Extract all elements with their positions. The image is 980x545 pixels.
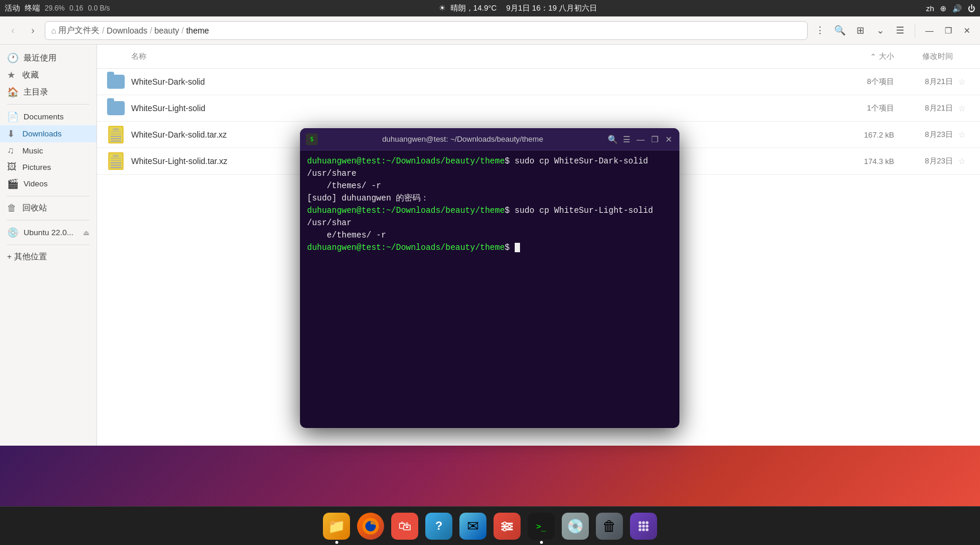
svg-point-18	[639, 521, 642, 524]
terminal-icon-symbol: $	[310, 136, 314, 142]
sidebar-label-starred: 收藏	[22, 70, 39, 81]
home-icon: 🏠	[7, 86, 19, 98]
topbar: 活动 终端 29.6% 0.16 0.0 B/s ☀ 晴朗，14.9°C 9月1…	[0, 0, 980, 16]
network-icon[interactable]: ⊕	[940, 4, 946, 13]
terminal-search-btn[interactable]: 🔍	[608, 135, 617, 144]
dock-item-settings[interactable]	[492, 511, 522, 541]
recent-icon: 🕐	[7, 52, 19, 63]
starred-icon: ★	[7, 69, 18, 81]
breadcrumb-sep-3: /	[182, 26, 184, 35]
svg-point-20	[646, 521, 649, 524]
terminal-menu-btn[interactable]: ☰	[622, 135, 631, 144]
ubuntu-icon: 💿	[7, 227, 19, 238]
fav-light-tar[interactable]: ☆	[953, 156, 971, 166]
sidebar-item-home[interactable]: 🏠 主目录	[0, 83, 96, 101]
svg-point-23	[646, 524, 649, 527]
breadcrumb-sep-1: /	[102, 26, 104, 35]
terminal-minimize-btn[interactable]: —	[636, 135, 645, 144]
dock-item-trash[interactable]: 🗑	[594, 511, 625, 541]
terminal-line-3: duhuangwen@test:~/Downloads/beauty/theme…	[307, 242, 672, 254]
svg-point-24	[639, 528, 642, 531]
terminal-close-btn[interactable]: ✕	[664, 135, 674, 144]
list-header: 名称 ⌃ 大小 修改时间	[97, 45, 980, 69]
disk-icon: 💿	[562, 513, 589, 540]
breadcrumb-beauty[interactable]: beauty	[155, 26, 179, 35]
terminal-title-icon: $	[306, 133, 318, 145]
sidebar-item-trash[interactable]: 🗑 回收站	[0, 200, 96, 216]
fav-light-solid[interactable]: ☆	[953, 103, 971, 113]
close-button[interactable]: ✕	[959, 22, 975, 39]
term-prompt-3: duhuangwen@test:~/Downloads/beauty/theme	[307, 243, 505, 252]
header-size[interactable]: ⌃ 大小	[824, 51, 894, 62]
sidebar-item-music[interactable]: ♫ Music	[0, 142, 96, 159]
settings-icon	[494, 513, 521, 540]
net-stat: 0.0 B/s	[88, 4, 109, 12]
terminal-maximize-btn[interactable]: ❐	[650, 135, 659, 144]
sidebar-item-videos[interactable]: 🎬 Videos	[0, 175, 96, 192]
svg-point-17	[504, 528, 506, 531]
topbar-center: ☀ 晴朗，14.9°C 9月1日 16：19 八月初六日	[117, 3, 919, 14]
search-button[interactable]: 🔍	[831, 22, 849, 39]
header-date[interactable]: 修改时间	[894, 51, 953, 62]
view-list-button[interactable]: ☰	[891, 22, 909, 39]
topbar-app-label: 终端	[25, 3, 40, 14]
header-name: 名称	[131, 51, 824, 62]
terminal-window: $ duhuangwen@test: ~/Downloads/beauty/th…	[300, 128, 679, 428]
table-row[interactable]: WhiteSur-Light-solid 1个项目 8月21日 ☆	[97, 95, 980, 122]
dock-item-disk[interactable]: 💿	[560, 511, 591, 541]
archive-icon-light	[106, 152, 125, 170]
view-list-toggle[interactable]: ⌄	[871, 22, 889, 39]
svg-rect-1	[113, 128, 119, 131]
sidebar-item-documents[interactable]: 📄 Documents	[0, 108, 96, 125]
breadcrumb-theme[interactable]: theme	[186, 26, 209, 35]
volume-icon[interactable]: 🔊	[952, 4, 962, 13]
sidebar-sep-1	[7, 104, 89, 105]
forward-button[interactable]: ›	[25, 22, 41, 39]
sidebar-sep-2	[7, 196, 89, 196]
dock: 📁 🛍 ? ✉	[0, 506, 980, 545]
help-icon: ?	[425, 513, 452, 540]
terminal-body[interactable]: duhuangwen@test:~/Downloads/beauty/theme…	[300, 151, 679, 428]
sidebar-other-locations[interactable]: + 其他位置	[0, 249, 96, 265]
weather-icon: ☀	[439, 4, 446, 12]
dock-item-help[interactable]: ?	[424, 511, 454, 541]
menu-button[interactable]: ⋮	[811, 22, 829, 39]
sidebar-item-starred[interactable]: ★ 收藏	[0, 66, 96, 83]
svg-rect-2	[111, 131, 121, 132]
sidebar-label-recent: 最近使用	[24, 53, 56, 63]
svg-point-25	[642, 528, 645, 531]
file-date-light-tar: 8月23日	[894, 156, 953, 166]
divider	[915, 24, 915, 38]
file-date-light-solid: 8月21日	[894, 103, 953, 113]
file-name-light-solid: WhiteSur-Light-solid	[131, 103, 824, 113]
dock-item-files[interactable]: 📁	[321, 511, 352, 541]
sidebar-item-ubuntu[interactable]: 💿 Ubuntu 22.0... ⏏	[0, 224, 96, 241]
dock-item-terminal[interactable]: >_	[526, 511, 556, 541]
svg-rect-8	[111, 160, 121, 161]
maximize-button[interactable]: ❐	[940, 22, 956, 39]
file-date-dark-tar: 8月23日	[894, 129, 953, 140]
minimize-button[interactable]: —	[921, 22, 938, 39]
dock-item-apps[interactable]	[628, 511, 659, 541]
table-row[interactable]: WhiteSur-Dark-solid 8个项目 8月21日 ☆	[97, 69, 980, 95]
sidebar-item-pictures[interactable]: 🖼 Pictures	[0, 159, 96, 175]
breadcrumb-home-label[interactable]: 用户文件夹	[58, 25, 99, 36]
eject-icon[interactable]: ⏏	[83, 229, 89, 237]
breadcrumb-downloads[interactable]: Downloads	[106, 26, 147, 35]
videos-icon: 🎬	[7, 178, 19, 189]
sidebar-item-downloads[interactable]: ⬇ Downloads	[0, 125, 96, 142]
dock-item-firefox[interactable]	[355, 511, 386, 541]
sidebar-item-recent[interactable]: 🕐 最近使用	[0, 49, 96, 66]
terminal-title: duhuangwen@test: ~/Downloads/beauty/them…	[322, 135, 603, 143]
dock-item-mail[interactable]: ✉	[458, 511, 488, 541]
terminal-dock-icon: >_	[528, 513, 555, 540]
view-grid-button[interactable]: ⊞	[851, 22, 869, 39]
power-icon[interactable]: ⏻	[968, 4, 975, 13]
back-button[interactable]: ‹	[5, 22, 21, 39]
fav-dark-solid[interactable]: ☆	[953, 77, 971, 86]
dock-item-store[interactable]: 🛍	[389, 511, 420, 541]
fav-dark-tar[interactable]: ☆	[953, 130, 971, 139]
terminal-titlebar: $ duhuangwen@test: ~/Downloads/beauty/th…	[300, 128, 679, 151]
activities-label[interactable]: 活动	[5, 3, 20, 14]
file-date-dark-solid: 8月21日	[894, 76, 953, 87]
